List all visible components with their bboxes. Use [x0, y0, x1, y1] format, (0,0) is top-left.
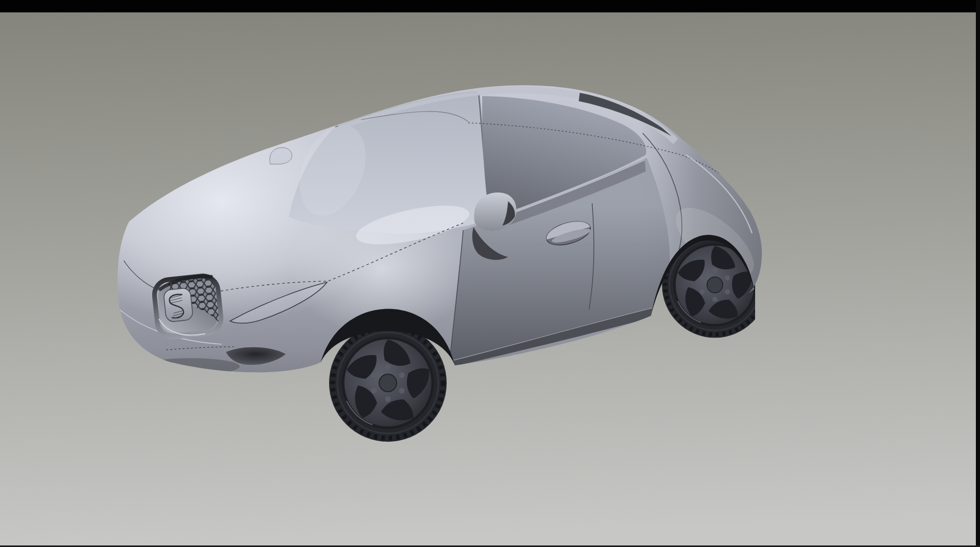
application-window	[0, 0, 980, 547]
3d-viewport[interactable]	[0, 0, 980, 547]
top-black-bar	[0, 0, 980, 12]
right-black-bar	[976, 0, 980, 547]
seat-logo-icon	[163, 287, 193, 322]
front-wheel[interactable]	[329, 324, 447, 442]
